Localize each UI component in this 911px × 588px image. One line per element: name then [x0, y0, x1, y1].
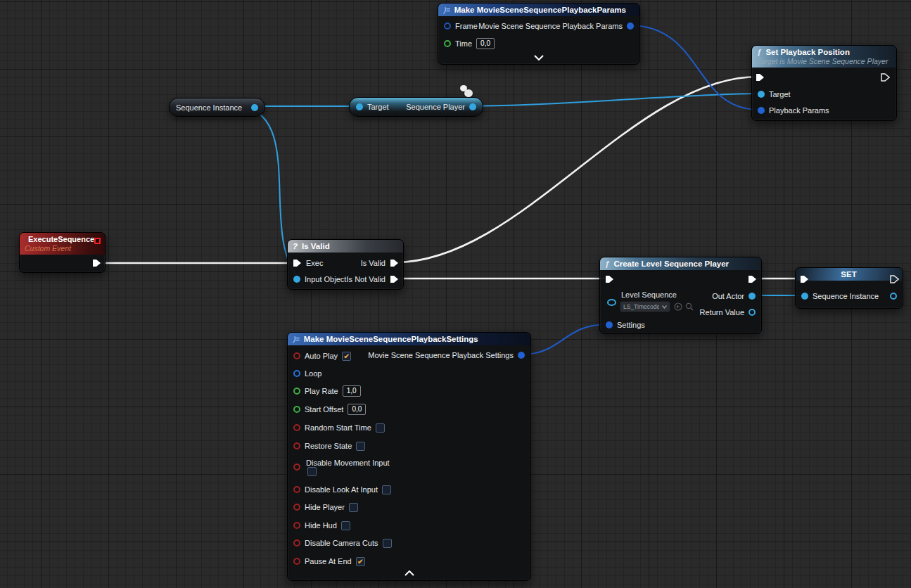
- playback-params-output-pin[interactable]: [627, 23, 634, 30]
- time-value-input[interactable]: 0,0: [476, 38, 495, 49]
- frame-pin[interactable]: [444, 23, 451, 30]
- target-input-pin[interactable]: [356, 103, 363, 110]
- node-header[interactable]: SET: [796, 268, 903, 281]
- chevron-up-icon[interactable]: [404, 570, 414, 576]
- use-selected-asset-icon[interactable]: [674, 302, 682, 311]
- pin-row-return-value: Return Value: [700, 307, 756, 318]
- time-pin[interactable]: [444, 40, 451, 47]
- make-struct-icon: ⟩=: [443, 6, 450, 14]
- out-actor-pin[interactable]: [748, 293, 756, 300]
- start-offset-input[interactable]: 0,0: [348, 404, 366, 415]
- random-start-time-pin[interactable]: [293, 424, 300, 431]
- hide-player-checkbox[interactable]: [349, 503, 358, 512]
- random-start-time-checkbox[interactable]: [376, 423, 385, 433]
- pin-label: Is Valid: [361, 259, 386, 267]
- dropdown-value: LS_TimecodePr: [623, 303, 659, 310]
- pin-label: Sequence Instance: [813, 292, 879, 300]
- pin-label: Level Sequence: [621, 290, 677, 299]
- pin-row-time: Time 0,0: [444, 38, 495, 49]
- pin-label: Playback Params: [769, 106, 829, 115]
- node-header[interactable]: ? Is Valid: [288, 240, 403, 253]
- auto-play-checkbox[interactable]: [342, 352, 351, 361]
- disable-camera-cuts-pin[interactable]: [293, 539, 300, 547]
- node-set-playback-position[interactable]: ƒ Set Playback Position Target is Movie …: [751, 45, 897, 121]
- pin-row-disable-camera-cuts: Disable Camera Cuts: [293, 537, 392, 549]
- target-pin[interactable]: [758, 91, 765, 98]
- node-create-level-sequence-player[interactable]: ƒ Create Level Sequence Player Level Seq…: [599, 257, 762, 334]
- exec-out-pin[interactable]: [881, 73, 890, 82]
- pin-row-pause-at-end: Pause At End: [293, 556, 365, 567]
- sequence-instance-output-pin[interactable]: [890, 293, 897, 300]
- pin-label: Restore State: [305, 442, 352, 450]
- level-sequence-pin[interactable]: [607, 299, 616, 306]
- disable-movement-input-pin[interactable]: [293, 464, 300, 471]
- node-is-valid[interactable]: ? Is Valid Exec Is Valid Input Object Is…: [287, 239, 404, 290]
- settings-pin[interactable]: [606, 321, 613, 328]
- wire-struct-params-to-playbackparams: [629, 25, 759, 110]
- hide-hud-checkbox[interactable]: [341, 521, 350, 530]
- pin-label: Settings: [617, 321, 645, 329]
- loop-pin[interactable]: [293, 370, 300, 377]
- exec-in-pin[interactable]: [756, 73, 765, 82]
- node-make-playback-settings[interactable]: ⟩= Make MovieSceneSequencePlaybackSettin…: [287, 332, 531, 581]
- pin-label: Input Object: [305, 275, 346, 283]
- sequence-instance-input-pin[interactable]: [801, 293, 808, 300]
- exec-out-is-valid-pin[interactable]: [390, 259, 399, 267]
- restore-state-pin[interactable]: [293, 442, 300, 449]
- node-title: Create Level Sequence Player: [613, 260, 729, 268]
- sequence-instance-output-pin[interactable]: [251, 104, 258, 111]
- exec-out-pin[interactable]: [890, 275, 899, 283]
- hide-hud-pin[interactable]: [293, 522, 300, 529]
- node-set-sequence-instance[interactable]: SET Sequence Instance: [795, 267, 903, 309]
- exec-in-pin[interactable]: [293, 259, 302, 267]
- node-header[interactable]: ExecuteSequence Custom Event: [20, 233, 105, 255]
- node-title: Is Valid: [302, 242, 330, 250]
- event-binding-badge-icon[interactable]: [94, 238, 101, 244]
- node-execute-sequence[interactable]: ExecuteSequence Custom Event: [19, 232, 106, 273]
- level-sequence-dropdown[interactable]: LS_TimecodePr: [620, 301, 670, 312]
- exec-in-pin[interactable]: [605, 275, 614, 283]
- hide-player-pin[interactable]: [293, 504, 300, 511]
- input-object-pin[interactable]: [293, 276, 300, 283]
- sequence-player-output-pin[interactable]: [469, 103, 476, 110]
- node-make-playback-params[interactable]: ⟩= Make MovieSceneSequencePlaybackParams…: [438, 3, 640, 65]
- node-header[interactable]: ⟩= Make MovieSceneSequencePlaybackParams: [438, 4, 639, 16]
- node-subtitle: Target is Movie Scene Sequence Player: [757, 57, 891, 65]
- exec-out-pin[interactable]: [748, 275, 757, 283]
- question-icon: ?: [293, 242, 298, 250]
- exec-out-is-not-valid-pin[interactable]: [390, 275, 399, 283]
- disable-look-at-input-checkbox[interactable]: [382, 485, 391, 494]
- pin-row-target: Target: [758, 89, 791, 100]
- play-rate-input[interactable]: 1,0: [343, 385, 361, 397]
- pin-label: Target: [367, 103, 389, 111]
- restore-state-checkbox[interactable]: [356, 442, 365, 451]
- pin-label: Time: [455, 39, 472, 48]
- auto-play-pin[interactable]: [293, 352, 300, 359]
- variable-label: Sequence Instance: [176, 103, 247, 112]
- exec-out-pin[interactable]: [92, 259, 101, 267]
- pin-label: Frame: [455, 22, 478, 30]
- exec-in-pin[interactable]: [800, 275, 809, 283]
- playback-settings-output-pin[interactable]: [518, 352, 525, 359]
- mouse-cursor: [459, 85, 476, 101]
- node-header[interactable]: ƒ Set Playback Position Target is Movie …: [752, 46, 896, 68]
- node-header[interactable]: ƒ Create Level Sequence Player: [600, 257, 761, 270]
- pause-at-end-checkbox[interactable]: [356, 557, 365, 566]
- pin-row-random-start-time: Random Start Time: [293, 422, 385, 433]
- play-rate-pin[interactable]: [293, 388, 300, 395]
- start-offset-pin[interactable]: [293, 406, 300, 413]
- disable-look-at-input-pin[interactable]: [293, 486, 300, 493]
- return-value-pin[interactable]: [748, 309, 756, 316]
- disable-camera-cuts-checkbox[interactable]: [383, 539, 392, 548]
- node-title: Set Playback Position: [765, 48, 850, 56]
- node-get-sequence-instance[interactable]: Sequence Instance: [169, 98, 265, 117]
- chevron-down-icon[interactable]: [534, 55, 544, 60]
- pause-at-end-pin[interactable]: [293, 558, 300, 565]
- pin-label: Movie Scene Sequence Playback Settings: [368, 351, 514, 359]
- disable-movement-input-checkbox[interactable]: [307, 467, 317, 476]
- node-header[interactable]: ⟩= Make MovieSceneSequencePlaybackSettin…: [288, 333, 530, 345]
- blueprint-graph-canvas[interactable]: ⟩= Make MovieSceneSequencePlaybackParams…: [0, 0, 911, 588]
- browse-asset-icon[interactable]: [685, 302, 694, 311]
- playback-params-pin[interactable]: [758, 107, 765, 114]
- pin-label: Disable Movement Input: [306, 459, 390, 467]
